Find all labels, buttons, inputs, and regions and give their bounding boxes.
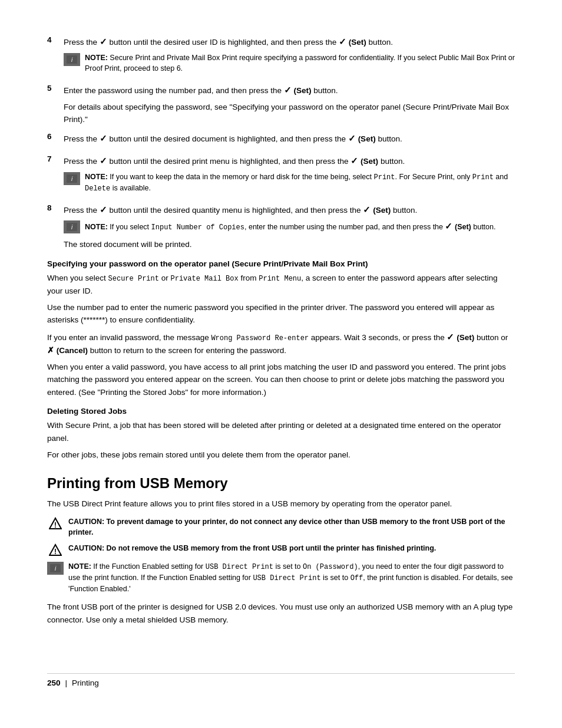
note-icon-4: i — [64, 53, 80, 66]
step-8: 8 Press the ✓ button until the desired q… — [47, 203, 515, 251]
step-6-check2: ✓ — [348, 132, 356, 146]
step-7-check1: ✓ — [100, 154, 107, 168]
step-8-text-before: Press the — [64, 206, 97, 215]
step-5-content: Enter the password using the number pad,… — [64, 84, 515, 126]
password-para-4: When you enter a valid password, you hav… — [47, 361, 515, 399]
step-4-note: i NOTE: Secure Print and Private Mail Bo… — [64, 52, 515, 75]
step-6-content: Press the ✓ button until the desired doc… — [64, 132, 515, 149]
step-6-text-before: Press the — [64, 134, 97, 143]
footer-page-number: 250 — [47, 678, 61, 687]
note-icon-8: i — [64, 220, 80, 233]
step-7-text: Press the ✓ button until the desired pri… — [64, 154, 515, 168]
step-8-text-middle: button until the desired quantity menu i… — [110, 206, 361, 215]
step-4-text-after: button. — [369, 38, 393, 47]
step-4-text: Press the ✓ button until the desired use… — [64, 35, 515, 49]
step-8-note: i NOTE: If you select Input Number of Co… — [64, 220, 515, 233]
usb-note-text: NOTE: If the Function Enabled setting fo… — [68, 561, 515, 595]
step-7-note-text: NOTE: If you want to keep the data in th… — [85, 172, 515, 194]
step-8-stored-text: The stored document will be printed. — [64, 238, 515, 251]
password-section-heading: Specifying your password on the operator… — [47, 259, 515, 268]
note-icon-7: i — [64, 172, 80, 185]
svg-text:!: ! — [54, 548, 57, 556]
step-7-content: Press the ✓ button until the desired pri… — [64, 154, 515, 197]
deleting-section-heading: Deleting Stored Jobs — [47, 407, 515, 416]
footer-section: Printing — [72, 678, 99, 687]
step-4-check2: ✓ — [339, 35, 346, 49]
step-6-text-after: button. — [378, 134, 402, 143]
step-6-set-label: (Set) — [358, 134, 376, 143]
usb-intro: The USB Direct Print feature allows you … — [47, 498, 515, 510]
step-6-text: Press the ✓ button until the desired doc… — [64, 132, 515, 146]
step-number-5: 5 — [47, 84, 61, 93]
step-5-sub: For details about specifying the passwor… — [64, 101, 515, 126]
password-para-1: When you select Secure Print or Private … — [47, 272, 515, 298]
svg-text:!: ! — [54, 521, 57, 529]
caution-1-text: CAUTION: To prevent damage to your print… — [68, 516, 515, 539]
step-7-text-middle: button until the desired print menu is h… — [110, 157, 349, 166]
caution-2: ! CAUTION: Do not remove the USB memory … — [47, 543, 515, 556]
step-5-check1: ✓ — [284, 84, 292, 97]
step-7-set-label: (Set) — [361, 157, 378, 166]
usb-section-heading: Printing from USB Memory — [47, 475, 515, 492]
step-7-note: i NOTE: If you want to keep the data in … — [64, 172, 515, 194]
deleting-para-1: With Secure Print, a job that has been s… — [47, 419, 515, 444]
step-5-text-after: button. — [313, 86, 338, 95]
note-icon-usb: i — [47, 562, 64, 575]
step-4-text-before: Press the — [64, 38, 97, 47]
step-8-note-text: NOTE: If you select Input Number of Copi… — [85, 220, 515, 233]
step-4-text-middle: button until the desired user ID is high… — [110, 38, 337, 47]
step-4-set-label: (Set) — [349, 38, 366, 47]
step-8-set-label: (Set) — [373, 206, 391, 215]
footer-divider: | — [65, 678, 68, 687]
step-number-7: 7 — [47, 154, 61, 163]
step-7-text-before: Press the — [64, 157, 97, 166]
step-8-content: Press the ✓ button until the desired qua… — [64, 203, 515, 251]
step-4-note-text: NOTE: Secure Print and Private Mail Box … — [85, 52, 515, 75]
step-8-check2: ✓ — [363, 203, 371, 217]
step-8-text-after: button. — [393, 206, 417, 215]
step-5: 5 Enter the password using the number pa… — [47, 84, 515, 126]
step-8-text: Press the ✓ button until the desired qua… — [64, 203, 515, 217]
step-6-check1: ✓ — [100, 132, 107, 146]
step-6: 6 Press the ✓ button until the desired d… — [47, 132, 515, 149]
password-para-2: Use the number pad to enter the numeric … — [47, 301, 515, 327]
usb-closing: The front USB port of the printer is des… — [47, 601, 515, 626]
step-7-check2: ✓ — [351, 154, 358, 168]
step-number-8: 8 — [47, 203, 61, 212]
step-5-text-before: Enter the password using the number pad,… — [64, 86, 282, 95]
step-7: 7 Press the ✓ button until the desired p… — [47, 154, 515, 197]
password-para-3: If you enter an invalid password, the me… — [47, 330, 515, 357]
step-4: 4 Press the ✓ button until the desired u… — [47, 35, 515, 78]
caution-1: ! CAUTION: To prevent damage to your pri… — [47, 516, 515, 539]
step-4-content: Press the ✓ button until the desired use… — [64, 35, 515, 78]
caution-icon-1: ! — [47, 517, 64, 530]
caution-icon-2: ! — [47, 543, 64, 556]
step-7-text-after: button. — [381, 157, 405, 166]
step-6-text-middle: button until the desired document is hig… — [110, 134, 346, 143]
step-number-4: 4 — [47, 35, 61, 44]
step-5-text: Enter the password using the number pad,… — [64, 84, 515, 97]
step-4-check1: ✓ — [100, 35, 107, 49]
caution-2-text: CAUTION: Do not remove the USB memory fr… — [68, 543, 515, 554]
usb-note: i NOTE: If the Function Enabled setting … — [47, 561, 515, 595]
step-5-set-label: (Set) — [294, 86, 312, 95]
step-8-check1: ✓ — [100, 203, 107, 217]
step-number-6: 6 — [47, 132, 61, 141]
deleting-para-2: For other jobs, these jobs remain stored… — [47, 449, 515, 462]
